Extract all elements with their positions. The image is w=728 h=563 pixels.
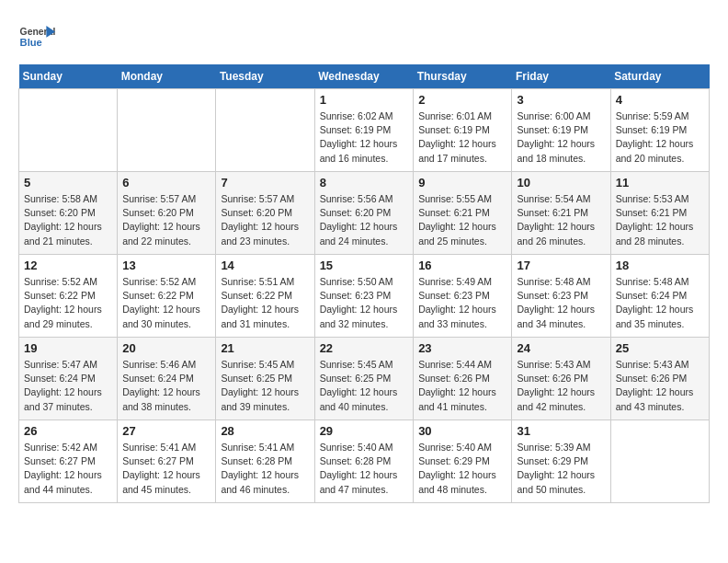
calendar-cell: 30Sunrise: 5:40 AM Sunset: 6:29 PM Dayli… — [414, 420, 512, 503]
weekday-header-thursday: Thursday — [414, 64, 512, 89]
calendar-cell: 19Sunrise: 5:47 AM Sunset: 6:24 PM Dayli… — [19, 338, 118, 420]
calendar-cell: 8Sunrise: 5:56 AM Sunset: 6:20 PM Daylig… — [314, 172, 414, 255]
day-number: 24 — [517, 341, 605, 355]
cell-content: Sunrise: 5:43 AM Sunset: 6:26 PM Dayligh… — [616, 358, 704, 414]
calendar-cell: 4Sunrise: 5:59 AM Sunset: 6:19 PM Daylig… — [610, 89, 709, 172]
weekday-header-friday: Friday — [512, 64, 610, 89]
day-number: 4 — [616, 93, 704, 107]
day-number: 17 — [517, 259, 605, 272]
day-number: 19 — [24, 341, 112, 355]
cell-content: Sunrise: 5:45 AM Sunset: 6:25 PM Dayligh… — [320, 358, 409, 414]
cell-content: Sunrise: 5:47 AM Sunset: 6:24 PM Dayligh… — [24, 358, 112, 414]
weekday-header-saturday: Saturday — [610, 64, 709, 89]
calendar-cell: 12Sunrise: 5:52 AM Sunset: 6:22 PM Dayli… — [19, 255, 118, 338]
cell-content: Sunrise: 6:02 AM Sunset: 6:19 PM Dayligh… — [320, 109, 409, 166]
weekday-header-row: SundayMondayTuesdayWednesdayThursdayFrid… — [19, 64, 710, 89]
svg-text:Blue: Blue — [20, 37, 42, 48]
day-number: 12 — [24, 259, 112, 272]
cell-content: Sunrise: 6:00 AM Sunset: 6:19 PM Dayligh… — [517, 109, 605, 166]
calendar-cell: 22Sunrise: 5:45 AM Sunset: 6:25 PM Dayli… — [314, 338, 414, 420]
day-number: 28 — [221, 424, 309, 438]
cell-content: Sunrise: 5:51 AM Sunset: 6:22 PM Dayligh… — [221, 275, 309, 331]
weekday-header-sunday: Sunday — [19, 64, 118, 89]
calendar-cell: 10Sunrise: 5:54 AM Sunset: 6:21 PM Dayli… — [512, 172, 610, 255]
calendar-cell: 7Sunrise: 5:57 AM Sunset: 6:20 PM Daylig… — [216, 172, 314, 255]
day-number: 30 — [418, 424, 506, 438]
calendar-cell: 2Sunrise: 6:01 AM Sunset: 6:19 PM Daylig… — [414, 89, 512, 172]
cell-content: Sunrise: 5:52 AM Sunset: 6:22 PM Dayligh… — [24, 275, 112, 331]
day-number: 20 — [122, 341, 210, 355]
calendar-cell: 9Sunrise: 5:55 AM Sunset: 6:21 PM Daylig… — [414, 172, 512, 255]
day-number: 23 — [418, 341, 506, 355]
calendar-cell — [610, 420, 709, 503]
calendar-cell: 25Sunrise: 5:43 AM Sunset: 6:26 PM Dayli… — [610, 338, 709, 420]
calendar-cell: 27Sunrise: 5:41 AM Sunset: 6:27 PM Dayli… — [118, 420, 216, 503]
day-number: 9 — [418, 176, 506, 190]
week-row-3: 12Sunrise: 5:52 AM Sunset: 6:22 PM Dayli… — [19, 255, 710, 338]
calendar-cell: 17Sunrise: 5:48 AM Sunset: 6:23 PM Dayli… — [512, 255, 610, 338]
day-number: 25 — [616, 341, 704, 355]
day-number: 6 — [122, 176, 210, 190]
day-number: 22 — [320, 341, 409, 355]
week-row-5: 26Sunrise: 5:42 AM Sunset: 6:27 PM Dayli… — [19, 420, 710, 503]
day-number: 16 — [418, 259, 506, 272]
cell-content: Sunrise: 5:40 AM Sunset: 6:29 PM Dayligh… — [418, 441, 506, 497]
cell-content: Sunrise: 5:40 AM Sunset: 6:28 PM Dayligh… — [320, 441, 409, 497]
cell-content: Sunrise: 5:53 AM Sunset: 6:21 PM Dayligh… — [616, 192, 704, 248]
day-number: 2 — [418, 93, 506, 107]
cell-content: Sunrise: 5:45 AM Sunset: 6:25 PM Dayligh… — [221, 358, 309, 414]
week-row-4: 19Sunrise: 5:47 AM Sunset: 6:24 PM Dayli… — [19, 338, 710, 420]
day-number: 10 — [517, 176, 605, 190]
week-row-1: 1Sunrise: 6:02 AM Sunset: 6:19 PM Daylig… — [19, 89, 710, 172]
calendar-cell: 26Sunrise: 5:42 AM Sunset: 6:27 PM Dayli… — [19, 420, 118, 503]
cell-content: Sunrise: 5:57 AM Sunset: 6:20 PM Dayligh… — [221, 192, 309, 248]
day-number: 8 — [320, 176, 409, 190]
page-header: General Blue — [18, 18, 710, 55]
calendar-cell: 6Sunrise: 5:57 AM Sunset: 6:20 PM Daylig… — [118, 172, 216, 255]
calendar-cell: 20Sunrise: 5:46 AM Sunset: 6:24 PM Dayli… — [118, 338, 216, 420]
week-row-2: 5Sunrise: 5:58 AM Sunset: 6:20 PM Daylig… — [19, 172, 710, 255]
calendar-cell — [216, 89, 314, 172]
cell-content: Sunrise: 5:39 AM Sunset: 6:29 PM Dayligh… — [517, 441, 605, 497]
day-number: 11 — [616, 176, 704, 190]
cell-content: Sunrise: 5:44 AM Sunset: 6:26 PM Dayligh… — [418, 358, 506, 414]
calendar-cell: 3Sunrise: 6:00 AM Sunset: 6:19 PM Daylig… — [512, 89, 610, 172]
cell-content: Sunrise: 5:54 AM Sunset: 6:21 PM Dayligh… — [517, 192, 605, 248]
calendar-cell: 1Sunrise: 6:02 AM Sunset: 6:19 PM Daylig… — [314, 89, 414, 172]
day-number: 21 — [221, 341, 309, 355]
calendar-cell: 31Sunrise: 5:39 AM Sunset: 6:29 PM Dayli… — [512, 420, 610, 503]
cell-content: Sunrise: 5:55 AM Sunset: 6:21 PM Dayligh… — [418, 192, 506, 248]
calendar-cell — [19, 89, 118, 172]
calendar-cell: 24Sunrise: 5:43 AM Sunset: 6:26 PM Dayli… — [512, 338, 610, 420]
cell-content: Sunrise: 5:57 AM Sunset: 6:20 PM Dayligh… — [122, 192, 210, 248]
day-number: 14 — [221, 259, 309, 272]
day-number: 15 — [320, 259, 409, 272]
weekday-header-wednesday: Wednesday — [314, 64, 414, 89]
day-number: 18 — [616, 259, 704, 272]
day-number: 1 — [320, 93, 409, 107]
cell-content: Sunrise: 5:42 AM Sunset: 6:27 PM Dayligh… — [24, 441, 112, 497]
cell-content: Sunrise: 5:50 AM Sunset: 6:23 PM Dayligh… — [320, 275, 409, 331]
calendar-cell: 16Sunrise: 5:49 AM Sunset: 6:23 PM Dayli… — [414, 255, 512, 338]
cell-content: Sunrise: 5:41 AM Sunset: 6:27 PM Dayligh… — [122, 441, 210, 497]
weekday-header-monday: Monday — [118, 64, 216, 89]
cell-content: Sunrise: 5:56 AM Sunset: 6:20 PM Dayligh… — [320, 192, 409, 248]
cell-content: Sunrise: 6:01 AM Sunset: 6:19 PM Dayligh… — [418, 109, 506, 166]
cell-content: Sunrise: 5:59 AM Sunset: 6:19 PM Dayligh… — [616, 109, 704, 166]
calendar-cell: 29Sunrise: 5:40 AM Sunset: 6:28 PM Dayli… — [314, 420, 414, 503]
cell-content: Sunrise: 5:48 AM Sunset: 6:24 PM Dayligh… — [616, 275, 704, 331]
cell-content: Sunrise: 5:49 AM Sunset: 6:23 PM Dayligh… — [418, 275, 506, 331]
calendar-cell: 13Sunrise: 5:52 AM Sunset: 6:22 PM Dayli… — [118, 255, 216, 338]
logo: General Blue — [18, 18, 59, 55]
cell-content: Sunrise: 5:41 AM Sunset: 6:28 PM Dayligh… — [221, 441, 309, 497]
calendar-cell: 28Sunrise: 5:41 AM Sunset: 6:28 PM Dayli… — [216, 420, 314, 503]
calendar-cell: 21Sunrise: 5:45 AM Sunset: 6:25 PM Dayli… — [216, 338, 314, 420]
calendar-cell — [118, 89, 216, 172]
cell-content: Sunrise: 5:46 AM Sunset: 6:24 PM Dayligh… — [122, 358, 210, 414]
calendar-cell: 15Sunrise: 5:50 AM Sunset: 6:23 PM Dayli… — [314, 255, 414, 338]
calendar-cell: 5Sunrise: 5:58 AM Sunset: 6:20 PM Daylig… — [19, 172, 118, 255]
cell-content: Sunrise: 5:52 AM Sunset: 6:22 PM Dayligh… — [122, 275, 210, 331]
day-number: 31 — [517, 424, 605, 438]
day-number: 3 — [517, 93, 605, 107]
calendar-cell: 23Sunrise: 5:44 AM Sunset: 6:26 PM Dayli… — [414, 338, 512, 420]
